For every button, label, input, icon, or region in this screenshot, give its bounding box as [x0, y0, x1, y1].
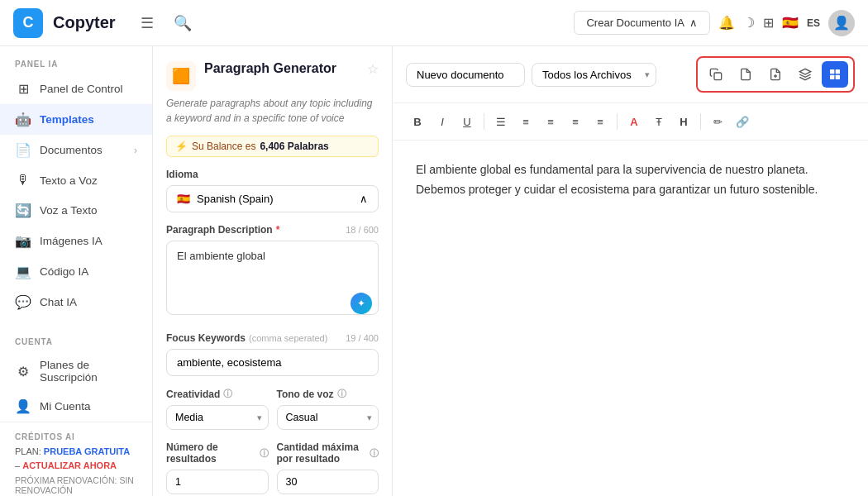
files-select[interactable]: Todos los Archivos: [532, 63, 656, 87]
copy-icon-4[interactable]: [792, 61, 818, 88]
sidebar-label-mi-cuenta: Mi Cuenta: [40, 400, 91, 413]
grid-icon[interactable]: ⊞: [763, 15, 774, 31]
num-resultados-info-icon[interactable]: ⓘ: [260, 447, 269, 460]
plan-link-actualizar[interactable]: ACTUALIZAR AHORA: [22, 460, 117, 470]
tono-label: Tono de voz ⓘ: [277, 388, 379, 400]
sidebar-item-documentos[interactable]: 📄 Documentos ›: [0, 135, 152, 165]
paragraph-desc-input[interactable]: El ambiente global: [166, 241, 379, 315]
logo-icon: C: [13, 8, 43, 38]
format-separator-3: [700, 113, 701, 130]
sidebar-item-chat-ia[interactable]: 💬 Chat IA: [0, 287, 152, 317]
tono-select-wrap: Casual: [277, 405, 379, 430]
num-resultados-label: Número de resultados ⓘ: [166, 441, 269, 465]
document-icon: 📄: [15, 142, 31, 158]
bell-icon[interactable]: 🔔: [718, 15, 735, 31]
sidebar-label-documentos: Documentos: [40, 144, 103, 156]
sidebar-item-texto-voz[interactable]: 🎙 Texto a Voz: [0, 165, 152, 195]
svg-rect-5: [836, 69, 840, 74]
editor-area[interactable]: El ambiente global es fundamental para l…: [393, 141, 868, 496]
settings-icon: ⚙: [15, 364, 31, 379]
menu-icon[interactable]: ☰: [136, 11, 159, 36]
align-center-button[interactable]: ≡: [514, 110, 537, 133]
creatividad-label: Creatividad ⓘ: [166, 388, 269, 400]
copy-icon-5[interactable]: [822, 61, 848, 88]
svg-marker-3: [799, 69, 810, 74]
tono-info-icon[interactable]: ⓘ: [337, 388, 346, 400]
sidebar-label-panel-control: Panel de Control: [40, 83, 123, 95]
focus-keywords-count: 19 / 400: [346, 333, 379, 343]
sidebar-item-templates[interactable]: 🤖 Templates: [0, 104, 152, 135]
creatividad-info-icon[interactable]: ⓘ: [223, 388, 232, 400]
search-icon[interactable]: 🔍: [169, 11, 197, 36]
editor-panel: Nuevo documento Todos los Archivos: [393, 46, 868, 496]
heading-button[interactable]: H: [672, 110, 695, 133]
editor-container: El ambiente global es fundamental para l…: [393, 141, 868, 496]
paragraph-desc-count: 18 / 600: [346, 225, 379, 235]
copy-icon-1[interactable]: [703, 61, 729, 88]
creatividad-tono-row: Creatividad ⓘ Media Tono de voz ⓘ Casual: [166, 388, 379, 430]
cuenta-section-label: CUENTA: [0, 324, 152, 351]
language-flag: 🇪🇸: [782, 15, 799, 31]
align-left-button[interactable]: ☰: [489, 110, 513, 133]
sidebar-item-planes[interactable]: ⚙ Planes de Suscripción: [0, 351, 152, 391]
copy-icon-2[interactable]: [732, 61, 759, 88]
idioma-select[interactable]: 🇪🇸 Spanish (Spain) ∧: [166, 185, 379, 212]
format-separator-1: [484, 113, 484, 130]
cantidad-max-input[interactable]: [277, 470, 379, 494]
tool-description: Generate paragraphs about any topic incl…: [166, 96, 379, 126]
required-marker: *: [276, 224, 280, 236]
font-size-button[interactable]: Ŧ: [647, 110, 670, 133]
creditos-label: CRÉDITOS AI: [15, 432, 137, 441]
pen-button[interactable]: ✏: [706, 110, 729, 133]
crear-documento-button[interactable]: Crear Documento IA ∧: [574, 11, 710, 35]
editor-content: El ambiente global es fundamental para l…: [416, 160, 845, 200]
sidebar-label-texto-voz: Texto a Voz: [40, 174, 98, 187]
plan-info: PLAN: PRUEBA GRATUITA – ACTUALIZAR AHORA: [15, 445, 137, 472]
creatividad-select[interactable]: Media: [166, 405, 269, 430]
sidebar-item-imagenes-ia[interactable]: 📷 Imágenes IA: [0, 226, 152, 256]
sidebar-item-mi-cuenta[interactable]: 👤 Mi Cuenta: [0, 391, 152, 422]
code-icon: 💻: [15, 264, 31, 279]
swap-icon: 🔄: [15, 203, 31, 218]
copy-icon-3[interactable]: [762, 61, 789, 88]
num-resultados-input[interactable]: [166, 470, 269, 494]
balance-label: Su Balance es: [192, 141, 255, 152]
sidebar-footer: CRÉDITOS AI PLAN: PRUEBA GRATUITA – ACTU…: [0, 422, 152, 496]
sidebar-label-templates: Templates: [40, 113, 94, 126]
plan-link-prueba[interactable]: PRUEBA GRATUITA: [44, 446, 130, 456]
focus-keywords-input[interactable]: [166, 349, 379, 376]
tono-select[interactable]: Casual: [277, 405, 379, 430]
sidebar-item-codigo-ia[interactable]: 💻 Código IA: [0, 256, 152, 287]
font-color-button[interactable]: A: [622, 110, 646, 133]
list-button[interactable]: ≡: [589, 110, 612, 133]
doc-select-wrap: Nuevo documento: [406, 63, 525, 87]
ai-assist-icon[interactable]: ✦: [351, 293, 372, 314]
favorite-star-icon[interactable]: ☆: [367, 61, 379, 77]
creatividad-select-wrap: Media: [166, 405, 269, 430]
ai-icon: 🤖: [15, 112, 31, 127]
doc-select[interactable]: Nuevo documento: [406, 63, 525, 87]
sidebar-item-voz-texto[interactable]: 🔄 Voz a Texto: [0, 195, 152, 226]
link-button[interactable]: 🔗: [731, 110, 754, 133]
editor-toolbar: Nuevo documento Todos los Archivos: [393, 46, 868, 103]
tool-title: Paragraph Generator: [204, 61, 359, 76]
focus-keywords-hint: (comma seperated): [249, 333, 327, 343]
chat-icon: 💬: [15, 294, 31, 310]
align-justify-button[interactable]: ≡: [564, 110, 587, 133]
sidebar-label-planes: Planes de Suscripción: [40, 359, 137, 384]
idioma-label: Idioma: [166, 169, 379, 180]
num-cantidad-row: Número de resultados ⓘ Cantidad máxima p…: [166, 441, 379, 494]
align-right-button[interactable]: ≡: [539, 110, 562, 133]
moon-icon[interactable]: ☽: [743, 15, 755, 31]
sidebar-item-panel-control[interactable]: ⊞ Panel de Control: [0, 74, 152, 104]
sidebar: PANEL IA ⊞ Panel de Control 🤖 Templates …: [0, 46, 153, 496]
balance-badge: ⚡ Su Balance es 6,406 Palabras: [166, 136, 379, 157]
files-select-wrap: Todos los Archivos: [532, 63, 656, 87]
paragraph-desc-label: Paragraph Description * 18 / 600: [166, 224, 379, 236]
cantidad-max-info-icon[interactable]: ⓘ: [370, 447, 379, 460]
renovacion-text: PRÓXIMA RENOVACIÓN: SIN RENOVACIÓN: [15, 475, 137, 495]
italic-button[interactable]: I: [431, 110, 454, 133]
user-avatar[interactable]: 👤: [828, 10, 855, 36]
bold-button[interactable]: B: [406, 110, 429, 133]
underline-button[interactable]: U: [455, 110, 479, 133]
